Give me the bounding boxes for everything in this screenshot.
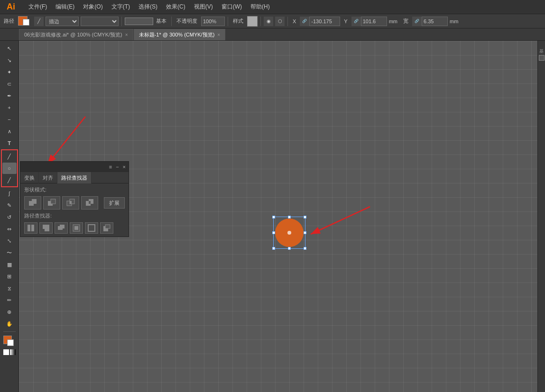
line-style-preview[interactable] — [125, 18, 153, 25]
y-input[interactable] — [361, 17, 387, 26]
tool-warp[interactable]: 〜 — [2, 247, 17, 258]
pathfinder-label: 路径查找器: — [24, 212, 125, 219]
svg-rect-21 — [88, 225, 95, 231]
gradient-icon[interactable] — [10, 349, 16, 355]
pathfinder-ops-row — [24, 222, 125, 234]
width-input[interactable] — [422, 17, 448, 26]
tab-2[interactable]: 未标题-1* @ 300% (CMYK/预览) × — [134, 29, 226, 40]
tool-blend[interactable]: ⧖ — [2, 283, 17, 294]
tool-rect[interactable]: ╱ — [2, 174, 17, 186]
menu-effect[interactable]: 效果(C) — [162, 2, 189, 12]
tool-mesh[interactable]: ⊞ — [2, 271, 17, 282]
width-unit: mm — [448, 18, 460, 24]
menu-view[interactable]: 视图(V) — [190, 2, 217, 12]
svg-rect-9 — [70, 201, 72, 204]
shape-btn-unite[interactable] — [24, 196, 41, 210]
tool-line[interactable]: ╱ — [2, 151, 17, 162]
tool-pencil[interactable]: ✎ — [2, 200, 17, 211]
style-label: 样式 — [231, 18, 245, 25]
circle-center — [287, 231, 291, 235]
tab-2-close[interactable]: × — [217, 32, 220, 37]
tool-rotate[interactable]: ↺ — [2, 211, 17, 223]
tool-scale[interactable]: ⤡ — [2, 235, 17, 246]
panel-minimize-icon[interactable]: − — [116, 164, 119, 170]
tab-1-close[interactable]: × — [125, 32, 128, 37]
options-bar: 路径 ╱ 描边 基本 不透明度 样式 ◉ ⬡ X 🔗 Y 🔗 mm 宽 🔗 mm — [0, 14, 545, 28]
shape-btn-exclude[interactable] — [81, 196, 98, 210]
tool-divider — [3, 331, 16, 332]
stroke-swatch[interactable] — [23, 19, 29, 26]
panel-tabs: 变换 对齐 路径查找器 — [20, 172, 129, 183]
svg-rect-14 — [31, 225, 34, 231]
selected-object[interactable] — [275, 219, 304, 247]
panel-tab-pathfinder[interactable]: 路径查找器 — [57, 172, 92, 183]
pf-merge[interactable] — [55, 222, 68, 234]
circle-object[interactable] — [275, 219, 304, 247]
shape-btn-intersect[interactable] — [62, 196, 79, 210]
menu-text[interactable]: 文字(T) — [108, 2, 134, 12]
tool-anchor-convert[interactable]: ∧ — [2, 126, 17, 137]
panel-close-icon[interactable]: × — [123, 164, 126, 170]
tab-2-label: 未标题-1* @ 300% (CMYK/预览) — [139, 31, 215, 38]
tab-1-label: 06光影游戏修改.ai* @ 100% (CMYK/预览) — [24, 31, 122, 38]
x-input[interactable] — [309, 17, 340, 26]
panel-collapse-icon[interactable]: ≡ — [109, 164, 112, 170]
env-icon[interactable]: ⬡ — [275, 17, 285, 26]
tool-gradient[interactable]: ▦ — [2, 259, 17, 270]
pf-outline[interactable] — [85, 222, 98, 234]
color-swatches — [3, 336, 16, 348]
tool-lasso[interactable]: ⊂ — [2, 78, 17, 90]
style-swatch[interactable] — [247, 16, 258, 27]
menu-object[interactable]: 对象(O) — [79, 2, 106, 12]
tool-text[interactable]: T — [2, 137, 17, 149]
menu-help[interactable]: 帮助(H) — [247, 2, 274, 12]
y-label: Y — [342, 18, 349, 24]
recolor-icon[interactable]: ◉ — [264, 17, 273, 26]
tool-eyedrop[interactable]: ✏ — [2, 294, 17, 306]
pf-divide[interactable] — [24, 222, 37, 234]
tool-brush[interactable]: ∫ — [2, 188, 17, 199]
right-label-1: 基 — [538, 43, 545, 48]
stroke-dropdown[interactable]: 描边 — [46, 17, 79, 26]
tool-hand[interactable]: ✋ — [2, 318, 17, 329]
svg-rect-23 — [105, 225, 110, 228]
x-lock-icon[interactable]: 🔗 — [300, 17, 309, 26]
none-icon[interactable] — [3, 349, 9, 355]
tool-add-anchor[interactable]: + — [2, 102, 17, 113]
left-toolbar: ↖ ↘ ✦ ⊂ ✒ + − ∧ T ╱ ○ ╱ ∫ ✎ ↺ ⇔ ⤡ 〜 ▦ ⊞ … — [0, 41, 19, 392]
color-mode-icons — [3, 349, 16, 355]
tool-reflect[interactable]: ⇔ — [2, 223, 17, 235]
pf-trim[interactable] — [39, 222, 53, 234]
expand-button[interactable]: 扩展 — [104, 197, 125, 209]
pf-minus-back[interactable] — [100, 222, 113, 234]
menu-bar: Ai 文件(F) 编辑(E) 对象(O) 文字(T) 选择(S) 效果(C) 视… — [0, 0, 545, 14]
tool-magic-wand[interactable]: ✦ — [2, 66, 17, 78]
line-style-label: 基本 — [154, 18, 168, 25]
tool-direct-select[interactable]: ↘ — [2, 55, 17, 66]
tab-1[interactable]: 06光影游戏修改.ai* @ 100% (CMYK/预览) × — [19, 29, 133, 40]
divider-1 — [121, 17, 122, 26]
tool-ellipse[interactable]: ○ — [2, 163, 17, 174]
panel-titlebar[interactable]: ≡ − × — [20, 162, 129, 172]
svg-rect-6 — [51, 199, 55, 204]
panel-tab-transform[interactable]: 变换 — [20, 172, 39, 183]
document-tabs: 06光影游戏修改.ai* @ 100% (CMYK/预览) × 未标题-1* @… — [0, 28, 545, 41]
pf-crop[interactable] — [70, 222, 83, 234]
stroke-mode-icon[interactable]: ╱ — [34, 17, 44, 26]
opacity-input[interactable] — [201, 17, 225, 26]
tool-zoom[interactable]: ⊕ — [2, 306, 17, 318]
divider-4 — [260, 17, 261, 26]
stroke-color-box[interactable] — [7, 339, 14, 346]
shape-btn-minus[interactable] — [43, 196, 60, 210]
tool-pen[interactable]: ✒ — [2, 90, 17, 101]
menu-file[interactable]: 文件(F) — [25, 2, 51, 12]
menu-window[interactable]: 窗口(W) — [218, 2, 246, 12]
menu-edit[interactable]: 编辑(E) — [52, 2, 78, 12]
width-lock-icon[interactable]: 🔗 — [412, 17, 422, 26]
panel-tab-align[interactable]: 对齐 — [39, 172, 57, 183]
tool-select[interactable]: ↖ — [2, 43, 17, 54]
y-lock-icon[interactable]: 🔗 — [351, 17, 361, 26]
brush-dropdown[interactable] — [81, 17, 119, 26]
menu-select[interactable]: 选择(S) — [135, 2, 161, 12]
tool-delete-anchor[interactable]: − — [2, 114, 17, 125]
